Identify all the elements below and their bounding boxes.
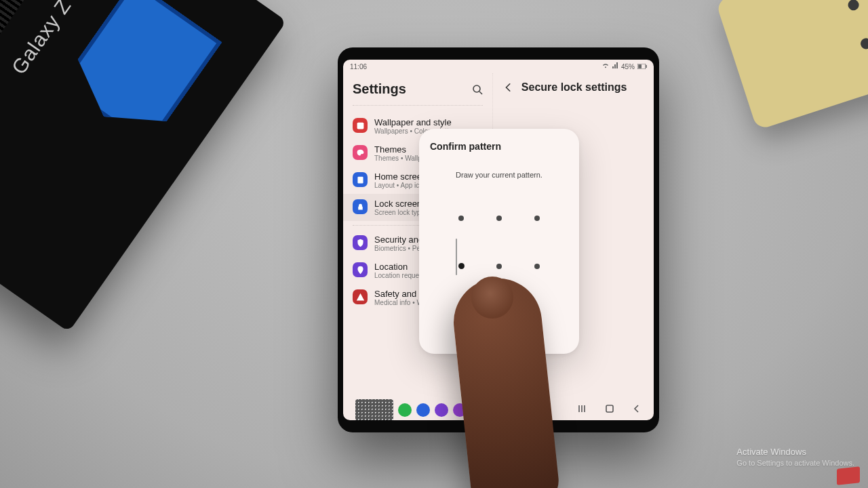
apps-drawer-icon[interactable]	[355, 399, 393, 420]
home-screen-icon	[353, 172, 368, 187]
pattern-dot-2[interactable]	[496, 216, 502, 221]
svg-rect-6	[357, 176, 363, 183]
phone-app-icon[interactable]	[398, 403, 412, 417]
themes-icon	[353, 145, 368, 160]
pattern-stroke	[456, 239, 457, 275]
corner-tag	[837, 466, 860, 485]
back-icon[interactable]	[502, 81, 515, 94]
emergency-icon	[353, 289, 368, 304]
dialog-title: Confirm pattern	[430, 141, 568, 152]
svg-rect-1	[638, 64, 642, 68]
watermark-line2: Go to Settings to activate Windows.	[736, 458, 854, 468]
pattern-dot-4[interactable]	[458, 263, 465, 269]
browser-app-icon[interactable]	[435, 403, 448, 417]
settings-title: Settings	[353, 81, 406, 97]
dialog-hint: Draw your current pattern.	[430, 171, 568, 179]
location-icon	[353, 262, 368, 277]
svg-rect-5	[357, 122, 363, 129]
search-icon[interactable]	[472, 84, 483, 95]
pattern-dot-6[interactable]	[534, 264, 540, 269]
right-pane-title: Secure lock settings	[521, 81, 627, 94]
pattern-dot-3[interactable]	[534, 216, 540, 221]
nav-home-icon[interactable]	[605, 404, 614, 416]
fingertip-overlay	[471, 277, 513, 319]
item-title: Wallpaper and style	[374, 117, 452, 127]
svg-point-3	[473, 85, 480, 92]
shield-icon	[353, 235, 368, 250]
windows-activation-watermark: Activate Windows Go to Settings to activ…	[736, 447, 854, 468]
battery-icon	[637, 63, 647, 70]
nav-back-icon[interactable]	[632, 404, 642, 416]
svg-line-4	[479, 92, 482, 94]
wifi-icon	[602, 62, 609, 70]
status-time: 11:06	[350, 63, 367, 70]
pattern-dot-1[interactable]	[458, 216, 464, 221]
box-badge	[60, 0, 222, 148]
messages-app-icon[interactable]	[416, 403, 430, 417]
svg-rect-2	[646, 65, 647, 68]
svg-rect-7	[606, 405, 613, 412]
nav-recents-icon[interactable]	[578, 404, 587, 416]
lock-screen-icon	[353, 199, 368, 214]
watermark-line1: Activate Windows	[736, 447, 854, 458]
box-barcode	[0, 0, 31, 180]
signal-icon	[612, 62, 618, 70]
pattern-dot-5[interactable]	[496, 264, 502, 269]
wallpaper-icon	[353, 118, 368, 133]
battery-text: 45%	[621, 63, 635, 70]
status-bar: 11:06 45%	[343, 60, 654, 73]
